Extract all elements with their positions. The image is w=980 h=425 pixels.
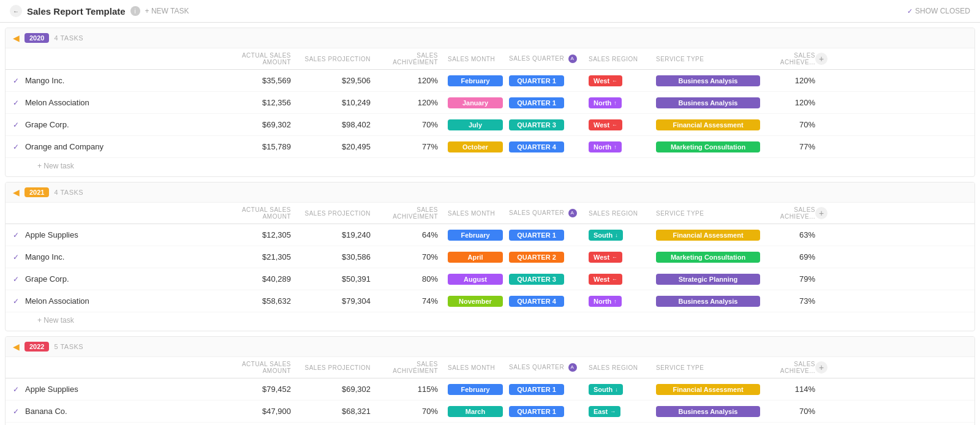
quarter-pill[interactable]: QUARTER 3 (509, 274, 564, 285)
task-actual-amount: $47,900 (221, 407, 301, 416)
info-icon[interactable]: i (130, 6, 140, 16)
task-month: February (448, 230, 509, 241)
task-check-icon: ✓ (13, 253, 25, 261)
month-pill[interactable]: November (448, 296, 503, 307)
table-row[interactable]: ✓ Melon Association $12,356 $10,249 120%… (6, 92, 974, 114)
service-pill[interactable]: Strategic Planning (656, 274, 760, 285)
task-actual-amount: $69,302 (221, 120, 301, 129)
show-closed-toggle[interactable]: ✓ SHOW CLOSED (907, 7, 970, 15)
task-achievement: 77% (380, 142, 448, 151)
task-service: Business Analysis (656, 296, 766, 307)
new-task-row[interactable]: + New task (6, 312, 974, 331)
table-row[interactable]: ✓ Grape Corp. $69,302 $98,402 70% July Q… (6, 114, 974, 136)
region-pill[interactable]: North ↑ (589, 97, 622, 108)
page-title: Sales Report Template (27, 6, 126, 17)
group-toggle-2021[interactable]: ◀ (13, 187, 20, 197)
group-section-2020: ◀ 2020 4 TASKS ACTUAL SALES AMOUNT SALES… (5, 28, 975, 177)
task-quarter: QUARTER 3 (509, 274, 589, 285)
table-row[interactable]: ✓ Banana Co. $47,900 $68,321 70% March Q… (6, 401, 974, 423)
region-pill[interactable]: West ← (589, 274, 622, 285)
col-projection-header: SALES PROJECTION (301, 210, 380, 217)
quarter-pill[interactable]: QUARTER 1 (509, 384, 564, 395)
task-achievement: 80% (380, 274, 448, 284)
service-pill[interactable]: Financial Assessment (656, 119, 760, 130)
service-pill[interactable]: Business Analysis (656, 75, 760, 86)
region-pill[interactable]: North ↑ (589, 141, 622, 152)
service-pill[interactable]: Marketing Consultation (656, 252, 760, 263)
new-task-button[interactable]: + NEW TASK (145, 7, 189, 15)
task-check-icon: ✓ (13, 385, 25, 394)
quarter-pill[interactable]: QUARTER 1 (509, 406, 564, 417)
region-direction-icon: ← (612, 276, 617, 282)
quarter-pill[interactable]: QUARTER 4 (509, 141, 564, 152)
table-row[interactable]: ✓ Grape Corp. $40,289 $50,391 80% August… (6, 268, 974, 290)
region-pill[interactable]: South ↓ (589, 230, 623, 241)
region-pill[interactable]: West ← (589, 75, 622, 86)
task-achievement: 115% (380, 385, 448, 394)
group-header-2021: ◀ 2021 4 TASKS (6, 182, 974, 203)
task-actual-amount: $79,452 (221, 385, 301, 394)
quarter-pill[interactable]: QUARTER 2 (509, 252, 564, 263)
task-month: October (448, 141, 509, 152)
group-header-2020: ◀ 2020 4 TASKS (6, 28, 974, 48)
task-region: West ← (589, 119, 656, 130)
group-toggle-2020[interactable]: ◀ (13, 33, 20, 43)
service-pill[interactable]: Business Analysis (656, 97, 760, 108)
month-pill[interactable]: February (448, 75, 503, 86)
main-content: ◀ 2020 4 TASKS ACTUAL SALES AMOUNT SALES… (0, 23, 980, 425)
task-name: Apple Supplies (25, 230, 221, 239)
task-quarter: QUARTER 1 (509, 230, 589, 241)
task-quarter: QUARTER 1 (509, 97, 589, 108)
col-add-header: + (815, 207, 834, 219)
month-pill[interactable]: March (448, 406, 503, 417)
task-check-icon: ✓ (13, 77, 25, 85)
task-actual-amount: $21,305 (221, 252, 301, 261)
add-column-button[interactable]: + (815, 207, 827, 219)
region-direction-icon: ← (612, 254, 617, 260)
month-pill[interactable]: April (448, 252, 503, 263)
region-direction-icon: ↑ (614, 298, 617, 304)
add-column-button[interactable]: + (815, 53, 827, 65)
service-pill[interactable]: Business Analysis (656, 406, 760, 417)
add-column-button[interactable]: + (815, 361, 827, 374)
month-pill[interactable]: February (448, 230, 503, 241)
group-toggle-2022[interactable]: ◀ (13, 342, 20, 352)
table-row[interactable]: ✓ Apple Supplies $79,452 $69,302 115% Fe… (6, 378, 974, 401)
task-achievement2: 120% (766, 98, 815, 107)
region-pill[interactable]: West ← (589, 252, 622, 263)
task-name: Orange and Company (25, 142, 221, 151)
month-pill[interactable]: July (448, 119, 503, 130)
back-button[interactable]: ← (10, 5, 22, 17)
task-quarter: QUARTER 4 (509, 296, 589, 307)
top-bar-left: ← Sales Report Template i + NEW TASK (10, 5, 189, 17)
region-pill[interactable]: South ↓ (589, 384, 623, 395)
table-row[interactable]: ✓ Mango Inc. $35,569 $29,506 120% Februa… (6, 70, 974, 92)
service-pill[interactable]: Financial Assessment (656, 384, 760, 395)
month-pill[interactable]: October (448, 141, 503, 152)
service-pill[interactable]: Marketing Consultation (656, 141, 760, 152)
table-row[interactable]: ✓ Mango Inc. $21,305 $30,586 70% April Q… (6, 246, 974, 268)
col-add-header: + (815, 53, 834, 65)
region-pill[interactable]: East → (589, 406, 620, 417)
region-pill[interactable]: West ← (589, 119, 622, 130)
month-pill[interactable]: August (448, 274, 503, 285)
quarter-pill[interactable]: QUARTER 1 (509, 97, 564, 108)
table-row[interactable]: ✓ Melon Association $58,632 $79,304 74% … (6, 290, 974, 312)
col-headers-2022: ACTUAL SALES AMOUNT SALES PROJECTION SAL… (6, 357, 974, 378)
service-pill[interactable]: Business Analysis (656, 296, 760, 307)
service-pill[interactable]: Financial Assessment (656, 230, 760, 241)
task-actual-amount: $12,305 (221, 230, 301, 239)
quarter-pill[interactable]: QUARTER 3 (509, 119, 564, 130)
quarter-pill[interactable]: QUARTER 4 (509, 296, 564, 307)
table-row[interactable]: ✓ Apple Supplies $12,305 $19,240 64% Feb… (6, 224, 974, 246)
quarter-pill[interactable]: QUARTER 1 (509, 75, 564, 86)
task-service: Business Analysis (656, 97, 766, 108)
table-row[interactable]: ✓ Grape Corp. $17,560 $10,495 167% May Q… (6, 423, 974, 425)
quarter-pill[interactable]: QUARTER 1 (509, 230, 564, 241)
col-region-header: SALES REGION (589, 56, 656, 62)
table-row[interactable]: ✓ Orange and Company $15,789 $20,495 77%… (6, 136, 974, 158)
month-pill[interactable]: January (448, 97, 503, 108)
new-task-row[interactable]: + New task (6, 158, 974, 176)
region-pill[interactable]: North ↑ (589, 296, 622, 307)
month-pill[interactable]: February (448, 384, 503, 395)
